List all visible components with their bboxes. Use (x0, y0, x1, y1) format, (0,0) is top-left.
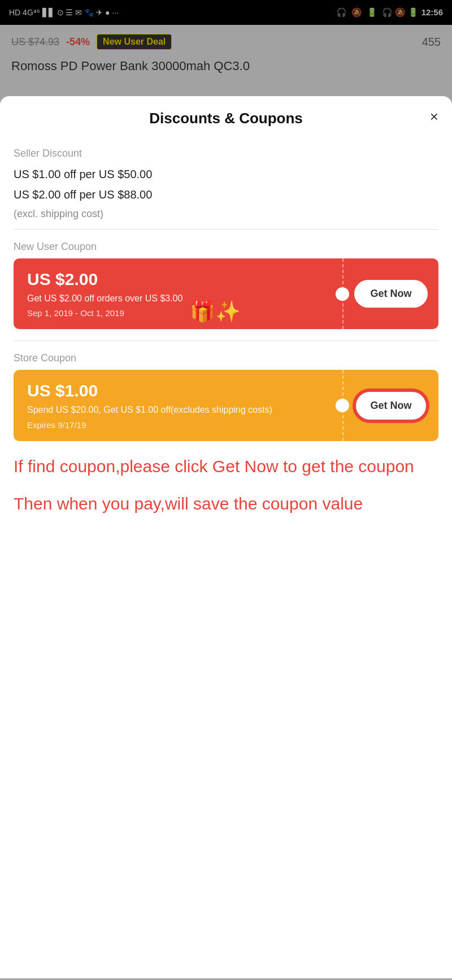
divider-2 (14, 340, 438, 341)
red-coupon-desc: Get US $2.00 off orders over US $3.00 (27, 292, 331, 305)
modal-body: Seller Discount US $1.00 off per US $50.… (0, 148, 452, 516)
new-user-coupon-label: New User Coupon (14, 241, 438, 253)
instruction-text-2: Then when you pay,will save the coupon v… (14, 492, 438, 516)
red-coupon-card: US $2.00 Get US $2.00 off orders over US… (14, 258, 438, 329)
discount-line-2: US $2.00 off per US $88.00 (14, 185, 438, 204)
close-button[interactable]: × (430, 109, 438, 124)
orange-coupon-right: Get Now (342, 370, 438, 441)
excl-note: (excl. shipping cost) (14, 208, 438, 220)
modal-header: Discounts & Coupons × (0, 96, 452, 136)
red-coupon-amount: US $2.00 (27, 270, 331, 289)
gift-icon: 🎁✨ (190, 300, 241, 323)
red-coupon-date: Sep 1, 2019 - Oct 1, 2019 (27, 308, 331, 318)
red-coupon-right: Get Now (342, 258, 438, 329)
orange-coupon-card: US $1.00 Spend US $20.00, Get US $1.00 o… (14, 370, 438, 441)
discount-line-1: US $1.00 off per US $50.00 (14, 165, 438, 183)
orange-coupon-date: Expires 9/17/19 (27, 420, 331, 430)
modal-title: Discounts & Coupons (149, 110, 303, 127)
orange-coupon-get-now-button[interactable]: Get Now (354, 390, 428, 421)
red-coupon-get-now-button[interactable]: Get Now (354, 280, 428, 308)
orange-coupon-desc: Spend US $20.00, Get US $1.00 off(exclud… (27, 404, 331, 416)
divider-1 (14, 229, 438, 230)
store-coupon-label: Store Coupon (14, 352, 438, 364)
orange-coupon-amount: US $1.00 (27, 381, 331, 400)
discounts-modal: Discounts & Coupons × Seller Discount US… (0, 96, 452, 978)
orange-coupon-left: US $1.00 Spend US $20.00, Get US $1.00 o… (14, 370, 342, 441)
seller-discount-label: Seller Discount (14, 148, 438, 159)
instruction-text-1: If find coupon,please click Get Now to g… (14, 455, 438, 478)
red-coupon-left: US $2.00 Get US $2.00 off orders over US… (14, 258, 342, 329)
